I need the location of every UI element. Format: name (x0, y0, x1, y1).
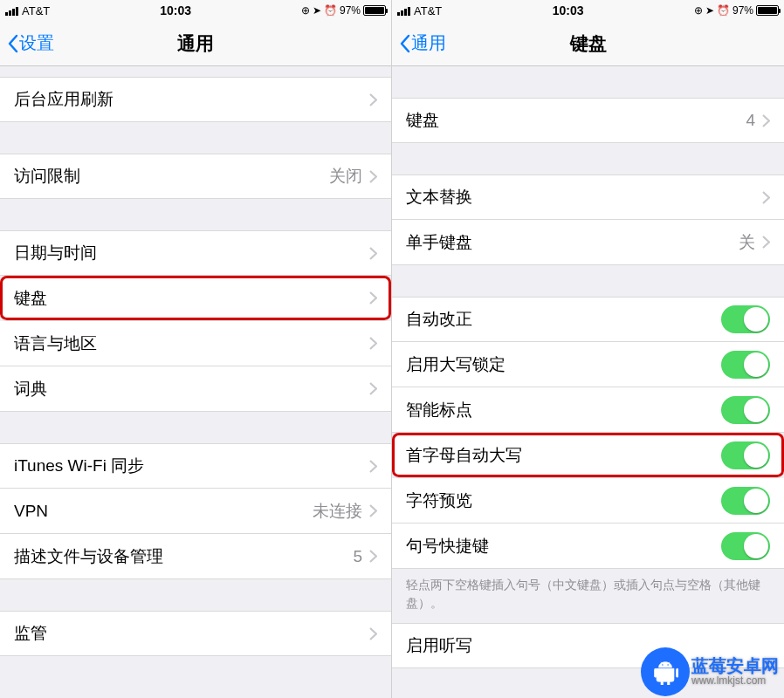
row-label: 文本替换 (406, 186, 762, 209)
row-label: 句号快捷键 (406, 535, 721, 558)
toggle-switch[interactable] (721, 441, 770, 469)
row-label: 键盘 (406, 109, 746, 132)
watermark-title: 蓝莓安卓网 (691, 656, 779, 675)
row-label: 智能标点 (406, 399, 721, 421)
row-itunes-wifi[interactable]: iTunes Wi-Fi 同步 (0, 443, 391, 489)
row-label: 词典 (14, 378, 369, 400)
battery-pct: 97% (340, 4, 361, 17)
chevron-right-icon (369, 170, 377, 183)
row-label: 描述文件与设备管理 (14, 545, 353, 568)
row-label: 后台应用刷新 (14, 88, 369, 111)
orientation-lock-icon: ⊕ (301, 4, 310, 17)
row-char-preview[interactable]: 字符预览 (392, 478, 784, 524)
row-label: 启用大写锁定 (406, 353, 721, 376)
row-restrictions[interactable]: 访问限制 关闭 (0, 154, 391, 199)
chevron-left-icon (7, 34, 19, 53)
row-keyboard[interactable]: 键盘 (0, 276, 391, 321)
carrier-label: AT&T (414, 4, 442, 17)
chevron-right-icon (369, 382, 377, 395)
chevron-right-icon (369, 504, 377, 517)
row-label: 单手键盘 (406, 231, 739, 254)
chevron-right-icon (369, 550, 377, 563)
chevron-right-icon (369, 627, 377, 640)
location-icon: ➤ (313, 4, 321, 17)
alarm-icon: ⏰ (324, 4, 337, 17)
row-smart-punct[interactable]: 智能标点 (392, 387, 784, 433)
row-vpn[interactable]: VPN 未连接 (0, 489, 391, 534)
chevron-right-icon (369, 247, 377, 260)
row-period-shortcut[interactable]: 句号快捷键 (392, 524, 784, 569)
row-value: 5 (353, 547, 362, 566)
status-time: 10:03 (553, 3, 584, 17)
watermark-url: www.lmkjst.com (691, 675, 779, 687)
battery-pct: 97% (732, 4, 753, 17)
row-bg-refresh[interactable]: 后台应用刷新 (0, 77, 391, 122)
row-caps-lock[interactable]: 启用大写锁定 (392, 342, 784, 387)
android-icon (644, 651, 686, 693)
toggle-switch[interactable] (721, 487, 770, 515)
row-value: 关闭 (329, 165, 362, 188)
page-title: 键盘 (392, 31, 784, 56)
row-label: 访问限制 (14, 165, 329, 188)
row-label: iTunes Wi-Fi 同步 (14, 455, 369, 477)
back-label: 通用 (411, 31, 446, 55)
toggle-switch[interactable] (721, 396, 770, 424)
svg-point-0 (662, 664, 664, 666)
row-label: 自动改正 (406, 308, 721, 331)
row-text-replace[interactable]: 文本替换 (392, 174, 784, 220)
row-value: 关 (739, 231, 755, 254)
chevron-right-icon (369, 93, 377, 106)
back-label: 设置 (19, 31, 54, 55)
row-dictionary[interactable]: 词典 (0, 366, 391, 412)
row-value: 4 (746, 111, 755, 130)
row-keyboards[interactable]: 键盘 4 (392, 98, 784, 143)
carrier-label: AT&T (22, 4, 50, 17)
nav-bar: 设置 通用 (0, 21, 391, 66)
row-label: 首字母自动大写 (406, 444, 721, 467)
row-label: 键盘 (14, 287, 369, 310)
location-icon: ➤ (705, 4, 714, 17)
row-label: 语言与地区 (14, 332, 369, 355)
signal-icon (397, 6, 410, 16)
battery-icon (363, 5, 386, 16)
toggle-switch[interactable] (721, 532, 770, 560)
phone-right: AT&T 10:03 ⊕ ➤ ⏰ 97% 通用 键盘 键盘 4 (392, 0, 784, 698)
toggle-switch[interactable] (721, 351, 770, 379)
toggle-switch[interactable] (721, 305, 770, 333)
row-label: 日期与时间 (14, 242, 369, 264)
row-value: 未连接 (313, 500, 362, 523)
row-label: VPN (14, 502, 313, 521)
footer-note: 轻点两下空格键插入句号（中文键盘）或插入句点与空格（其他键盘）。 (392, 569, 784, 623)
row-lang-region[interactable]: 语言与地区 (0, 321, 391, 366)
row-profiles[interactable]: 描述文件与设备管理 5 (0, 534, 391, 579)
row-auto-caps[interactable]: 首字母自动大写 (392, 433, 784, 478)
status-time: 10:03 (160, 3, 191, 17)
chevron-left-icon (399, 34, 411, 53)
row-one-hand[interactable]: 单手键盘 关 (392, 220, 784, 265)
orientation-lock-icon: ⊕ (694, 4, 703, 17)
svg-point-1 (667, 664, 669, 666)
row-auto-correct[interactable]: 自动改正 (392, 297, 784, 342)
alarm-icon: ⏰ (717, 4, 730, 17)
row-date-time[interactable]: 日期与时间 (0, 230, 391, 276)
row-label: 字符预览 (406, 489, 721, 512)
page-title: 通用 (0, 31, 391, 56)
chevron-right-icon (762, 114, 770, 127)
chevron-right-icon (762, 191, 770, 204)
signal-icon (5, 6, 18, 16)
status-bar: AT&T 10:03 ⊕ ➤ ⏰ 97% (0, 0, 391, 21)
chevron-right-icon (762, 236, 770, 249)
phone-left: AT&T 10:03 ⊕ ➤ ⏰ 97% 设置 通用 后台应用刷新 (0, 0, 392, 698)
chevron-right-icon (369, 460, 377, 473)
nav-bar: 通用 键盘 (392, 21, 784, 66)
chevron-right-icon (369, 337, 377, 350)
chevron-right-icon (369, 291, 377, 305)
row-supervision[interactable]: 监管 (0, 611, 391, 656)
back-button[interactable]: 通用 (392, 31, 446, 55)
back-button[interactable]: 设置 (0, 31, 54, 55)
battery-icon (756, 5, 779, 16)
watermark: 蓝莓安卓网 www.lmkjst.com (644, 651, 779, 693)
status-bar: AT&T 10:03 ⊕ ➤ ⏰ 97% (392, 0, 784, 21)
row-label: 监管 (14, 622, 369, 645)
